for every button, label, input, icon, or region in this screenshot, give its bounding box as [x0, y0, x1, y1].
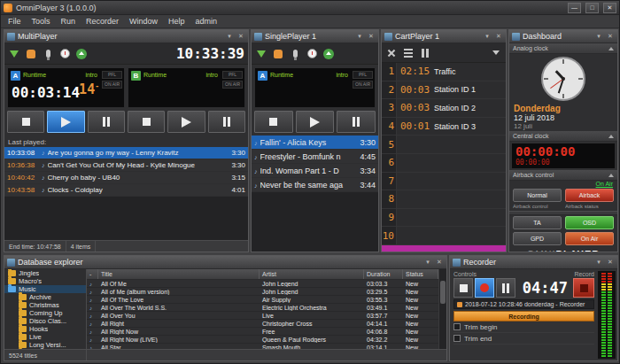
- record-button[interactable]: [475, 278, 494, 298]
- cart-slot[interactable]: 8: [382, 190, 506, 209]
- analog-clock-section-header[interactable]: Analog clock: [509, 43, 617, 54]
- multiplayer-titlebar[interactable]: MultiPlayer ▾ ✕: [4, 30, 248, 43]
- deck-b-pause-button[interactable]: [208, 111, 245, 133]
- cart-slot[interactable]: 4 00:01 Station ID 3: [382, 118, 506, 136]
- tree-item[interactable]: Coming Up: [4, 309, 86, 317]
- column-header-icon[interactable]: -: [87, 269, 98, 279]
- ta-button[interactable]: TA: [513, 216, 562, 229]
- cart-slot[interactable]: 10: [382, 227, 506, 245]
- clock-icon[interactable]: [58, 48, 71, 60]
- deck-a-stop-button[interactable]: [7, 111, 44, 133]
- column-header-title[interactable]: Title: [98, 269, 260, 279]
- close-icon[interactable]: ✕: [435, 258, 444, 267]
- playlist-icon[interactable]: [402, 47, 415, 59]
- last-played-row[interactable]: 10:33:08 Are you gonna go my way - Lenny…: [4, 147, 248, 159]
- onair-button[interactable]: On Air: [565, 232, 614, 245]
- maximize-button[interactable]: □: [585, 3, 599, 13]
- cart-slot[interactable]: 1 02:15 Traffic: [382, 63, 506, 81]
- load-track-icon[interactable]: [255, 48, 267, 60]
- pfl-indicator[interactable]: PFL: [222, 71, 243, 79]
- tree-item[interactable]: Music: [4, 285, 86, 293]
- close-icon[interactable]: ✕: [236, 32, 245, 41]
- column-header-duration[interactable]: Duration: [364, 269, 403, 279]
- table-row[interactable]: All Star Smash Mouth 03:14.1 New: [87, 344, 438, 349]
- playlist-row[interactable]: Ind. Woman Part 1 - D 3:34: [252, 164, 378, 178]
- column-header-status[interactable]: Status: [403, 269, 438, 279]
- cart-slot[interactable]: 9: [382, 209, 506, 228]
- menu-item[interactable]: File: [3, 15, 27, 28]
- recorder-titlebar[interactable]: Recorder ▾ ✕: [450, 256, 617, 269]
- database-titlebar[interactable]: Database explorer ▾ ✕: [4, 256, 446, 269]
- stop-button[interactable]: [254, 111, 293, 133]
- eject-icon[interactable]: [75, 48, 88, 60]
- close-button[interactable]: ✕: [603, 3, 616, 13]
- cart-slot[interactable]: 3 00:03 Station ID 2: [382, 99, 506, 118]
- chevron-down-icon[interactable]: ▾: [423, 258, 432, 267]
- cart-slot[interactable]: 5: [382, 136, 506, 154]
- hand-icon[interactable]: [25, 48, 37, 60]
- pause-all-icon[interactable]: [419, 47, 431, 59]
- trim-end-checkbox[interactable]: [453, 335, 461, 342]
- last-played-row[interactable]: 10:36:38 Can't Get You Out Of My Head - …: [4, 159, 248, 172]
- cart-slot[interactable]: 7: [382, 173, 506, 191]
- deck-b-stop-button[interactable]: [128, 111, 165, 133]
- last-played-row[interactable]: 10:40:42 Cherry oh baby - UB40 3:15: [4, 172, 248, 184]
- menu-item[interactable]: Help: [163, 15, 190, 28]
- play-button[interactable]: [296, 111, 335, 133]
- cart-slot[interactable]: 2 00:03 Station ID 1: [382, 81, 506, 100]
- tree-item[interactable]: Live: [4, 333, 86, 341]
- pfl-indicator[interactable]: PFL: [102, 71, 122, 79]
- airback-section-header[interactable]: Airback control: [509, 170, 617, 181]
- deck-a-pause-button[interactable]: [88, 111, 125, 133]
- table-row[interactable]: All of Me (album version) John Legend 03…: [87, 288, 438, 296]
- chevron-down-icon[interactable]: ▾: [355, 32, 364, 41]
- tree-item[interactable]: Christmas: [4, 301, 86, 309]
- pfl-indicator[interactable]: PFL: [353, 71, 373, 79]
- chevron-down-icon[interactable]: ▾: [594, 32, 603, 41]
- mic-icon[interactable]: [289, 48, 301, 60]
- session-row[interactable]: 2018-07-12 10:28:46 donderdag - Recorder: [453, 299, 594, 309]
- tree-item[interactable]: Jingles: [4, 269, 86, 277]
- load-track-icon[interactable]: [8, 48, 20, 60]
- close-icon[interactable]: ✕: [494, 32, 503, 41]
- hand-icon[interactable]: [272, 48, 284, 60]
- close-icon[interactable]: ✕: [606, 32, 615, 41]
- tree-item[interactable]: Hooks: [4, 325, 86, 333]
- playlist-row[interactable]: Fallin' - Alicia Keys 3:30: [252, 136, 378, 150]
- table-scrollbar[interactable]: [438, 269, 446, 349]
- menu-item[interactable]: Tools: [27, 15, 56, 28]
- column-header-artist[interactable]: Artist: [260, 269, 364, 279]
- scrollbar-thumb[interactable]: [440, 281, 446, 304]
- normal-button[interactable]: Normal: [513, 189, 562, 202]
- cartplayer-titlebar[interactable]: CartPlayer 1 ▾ ✕: [382, 30, 506, 43]
- table-row[interactable]: All Over The World S.S. Electric Light O…: [87, 304, 438, 312]
- chevron-down-icon[interactable]: [490, 47, 502, 59]
- close-icon[interactable]: ✕: [367, 32, 376, 41]
- cart-slot[interactable]: 6: [382, 154, 506, 173]
- minimize-button[interactable]: —: [568, 3, 581, 13]
- last-played-row[interactable]: 10:43:58 Clocks - Coldplay 4:01: [4, 184, 248, 197]
- deck-a-play-button[interactable]: [47, 111, 84, 133]
- chevron-down-icon[interactable]: ▾: [594, 258, 603, 267]
- master-record-button[interactable]: [573, 278, 594, 298]
- mic-icon[interactable]: [42, 48, 54, 60]
- tree-item[interactable]: Disco Clas...: [4, 317, 86, 325]
- airback-button[interactable]: Airback: [565, 189, 614, 202]
- airback-status-text[interactable]: On Air: [509, 181, 617, 188]
- playlist-row[interactable]: Never be the same aga 3:44: [252, 178, 378, 192]
- tree-item[interactable]: Long Versi...: [4, 341, 86, 349]
- table-row[interactable]: All Right Christopher Cross 04:14.1 New: [87, 320, 438, 328]
- table-row[interactable]: All Right Now Free 04:06.8 New: [87, 328, 438, 336]
- eject-icon[interactable]: [322, 48, 335, 60]
- close-icon[interactable]: ✕: [606, 258, 615, 267]
- osd-button[interactable]: OSD: [565, 216, 614, 229]
- central-clock-section-header[interactable]: Central clock: [509, 131, 617, 142]
- chevron-down-icon[interactable]: ▾: [483, 32, 492, 41]
- pause-button[interactable]: [496, 278, 515, 298]
- playlist-row[interactable]: Freestyler - Bomfunk n 4:45: [252, 150, 378, 164]
- clock-icon[interactable]: [306, 48, 318, 60]
- menu-item[interactable]: Recorder: [81, 15, 124, 28]
- menu-item[interactable]: admin: [190, 15, 223, 28]
- table-row[interactable]: All Of Me John Legend 03:03.3 New: [87, 280, 438, 288]
- singleplayer-titlebar[interactable]: SinglePlayer 1 ▾ ✕: [252, 30, 378, 43]
